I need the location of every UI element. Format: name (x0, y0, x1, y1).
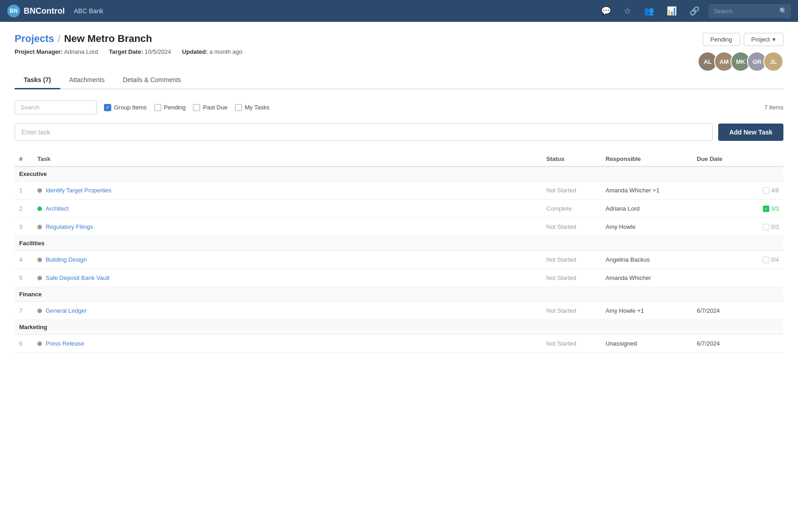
responsible-name: Amanda Whicher (606, 274, 651, 281)
subtask-count: 0/4 (771, 257, 779, 263)
task-status-dot (37, 225, 42, 229)
project-meta: Project Manager: Adriana Lord Target Dat… (15, 48, 242, 55)
responsible-name: Adriana Lord (606, 205, 639, 212)
task-name-link[interactable]: Press Release (46, 340, 84, 347)
task-status-text: Not Started (546, 223, 576, 230)
task-status-dot (37, 188, 42, 193)
tab-details-comments[interactable]: Details & Comments (114, 72, 191, 89)
table-row: 6 Press Release Not Started Unassigned 6… (15, 335, 783, 353)
filter-pending[interactable]: Pending (154, 104, 186, 111)
task-status-text: Complete (546, 205, 572, 212)
task-table-header: # Task Status Responsible Due Date (15, 152, 783, 166)
task-search-wrap (15, 100, 97, 114)
project-dropdown-button[interactable]: Project ▾ (744, 33, 783, 46)
task-number: 4 (15, 251, 33, 269)
col-header-num: # (15, 152, 33, 166)
task-search-input[interactable] (15, 100, 97, 114)
task-name-link[interactable]: Safe Deposit Bank Vault (46, 274, 109, 281)
pending-checkbox[interactable] (154, 104, 161, 111)
avatar[interactable]: JL (763, 52, 783, 72)
subtask-checkbox[interactable] (763, 224, 769, 230)
nav-search-wrap: 🔍 (709, 5, 791, 18)
add-new-task-button[interactable]: Add New Task (718, 124, 783, 141)
responsible-name: Amanda Whicher +1 (606, 187, 659, 194)
task-name-link[interactable]: Identify Target Properties (46, 187, 111, 194)
projects-link[interactable]: Projects (15, 33, 54, 45)
task-subtasks: ✓ 3/3 (747, 200, 783, 218)
page-header: Projects / New Metro Branch Project Mana… (15, 33, 783, 72)
task-name-link[interactable]: Architect (46, 205, 69, 212)
responsible-name: Amy Howle +1 (606, 307, 644, 314)
task-status: Not Started (542, 335, 601, 353)
chat-icon[interactable]: 💬 (597, 4, 615, 18)
task-toolbar: ✓ Group Items Pending Past Due My Tasks … (15, 100, 783, 114)
task-status-text: Not Started (546, 256, 576, 263)
task-status-text: Not Started (546, 274, 576, 281)
task-name-link[interactable]: Regulatory Filings (46, 223, 93, 230)
tab-bar: Tasks (7) Attachments Details & Comments (15, 72, 783, 89)
task-subtasks (747, 269, 783, 287)
task-responsible: Angelina Backus (601, 251, 692, 269)
link-icon[interactable]: 🔗 (686, 4, 703, 18)
subtask-count: 0/3 (771, 224, 779, 230)
tab-tasks[interactable]: Tasks (7) (15, 72, 60, 89)
target-date-value: 10/5/2024 (145, 48, 171, 55)
col-header-responsible: Responsible (601, 152, 692, 166)
task-number: 5 (15, 269, 33, 287)
users-icon[interactable]: 👥 (640, 4, 658, 18)
task-name-cell: Architect (33, 200, 542, 218)
task-status-dot (37, 309, 42, 313)
task-name-link[interactable]: Building Design (46, 256, 87, 263)
filter-my-tasks[interactable]: My Tasks (235, 104, 269, 111)
task-status: Not Started (542, 302, 601, 320)
project-manager-label: Project Manager: Adriana Lord (15, 48, 98, 55)
task-status: Not Started (542, 218, 601, 236)
page-header-left: Projects / New Metro Branch Project Mana… (15, 33, 242, 64)
project-manager-value: Adriana Lord (64, 48, 98, 55)
subtask-checkbox[interactable] (763, 257, 769, 263)
past-due-checkbox[interactable] (193, 104, 200, 111)
responsible-name: Amy Howle (606, 223, 636, 230)
task-status-text: Not Started (546, 340, 576, 347)
task-name-cell: Building Design (33, 251, 542, 269)
group-label: Facilities (15, 236, 783, 251)
subtask-count: 3/3 (771, 206, 779, 212)
task-subtasks: 0/3 (747, 218, 783, 236)
enter-task-input[interactable] (15, 124, 713, 141)
my-tasks-label: My Tasks (245, 104, 269, 111)
updated-value: a month ago (209, 48, 242, 55)
chart-icon[interactable]: 📊 (663, 4, 680, 18)
filter-group-items[interactable]: ✓ Group Items (104, 104, 147, 111)
task-due-date (692, 269, 747, 287)
task-name-cell: Identify Target Properties (33, 181, 542, 200)
due-date-value: 6/7/2024 (697, 307, 720, 314)
task-subtasks (747, 302, 783, 320)
pending-button[interactable]: Pending (703, 33, 740, 46)
subtask-indicator: 4/8 (751, 187, 779, 194)
task-name-link[interactable]: General Ledger (46, 307, 87, 314)
brand-logo[interactable]: BN BNControl (7, 5, 65, 17)
main-content: Projects / New Metro Branch Project Mana… (0, 22, 798, 532)
tab-attachments[interactable]: Attachments (60, 72, 114, 89)
subtask-checkbox[interactable] (763, 187, 769, 194)
task-due-date (692, 181, 747, 200)
my-tasks-checkbox[interactable] (235, 104, 242, 111)
subtask-indicator: ✓ 3/3 (751, 206, 779, 212)
group-items-checkbox[interactable]: ✓ (104, 104, 111, 111)
task-status-dot (37, 207, 42, 211)
col-header-status: Status (542, 152, 601, 166)
task-status: Not Started (542, 269, 601, 287)
task-responsible: Adriana Lord (601, 200, 692, 218)
due-date-value: 6/7/2024 (697, 340, 720, 347)
star-icon[interactable]: ☆ (620, 4, 635, 18)
task-responsible: Amanda Whicher (601, 269, 692, 287)
subtask-checkbox[interactable]: ✓ (763, 206, 769, 212)
col-header-task: Task (33, 152, 542, 166)
filter-past-due[interactable]: Past Due (193, 104, 227, 111)
table-row: 3 Regulatory Filings Not Started Amy How… (15, 218, 783, 236)
task-number: 3 (15, 218, 33, 236)
project-title: New Metro Branch (64, 33, 152, 45)
subtask-indicator: 0/4 (751, 257, 779, 263)
subtask-count: 4/8 (771, 187, 779, 194)
nav-search-input[interactable] (709, 5, 791, 18)
